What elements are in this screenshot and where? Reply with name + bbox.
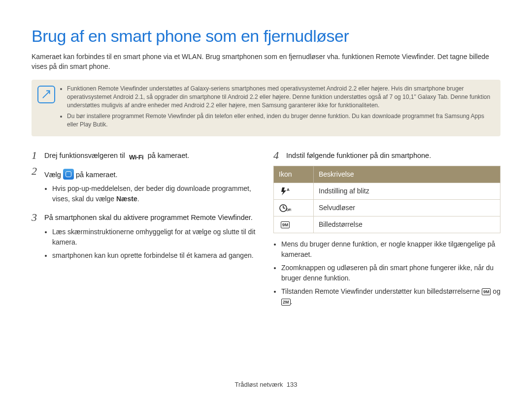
table-cell-desc: Indstilling af blitz [314, 183, 500, 199]
timer-icon: OFF [279, 203, 292, 213]
step-text: Vælg [44, 171, 63, 179]
image-size-icon: 9M [279, 219, 292, 229]
step-text: Drej funktionsvælgeren til [44, 152, 127, 159]
step-number: 1 [32, 149, 44, 162]
flash-icon: A [279, 186, 292, 196]
svg-text:OFF: OFF [286, 208, 291, 212]
step-text: På smartphonen skal du aktivere programm… [44, 211, 259, 223]
step-4: 4 Indstil følgende funktioner på din sma… [273, 149, 500, 162]
list-item: Tilstanden Remote Viewfinder understøtte… [281, 286, 500, 307]
table-cell-desc: Selvudløser [314, 199, 500, 216]
table-header-icon: Ikon [274, 166, 314, 183]
section-name: Trådløst netværk [234, 381, 283, 388]
list-item: Zoomknappen og udløseren på din smart ph… [281, 263, 500, 283]
list-item: Læs skærminstruktionerne omhyggeligt for… [52, 227, 259, 247]
note-item: Funktionen Remote Viewfinder understøtte… [67, 85, 494, 110]
left-column: 1 Drej funktionsvælgeren til Wi-Fi på ka… [32, 149, 259, 314]
step-1: 1 Drej funktionsvælgeren til Wi-Fi på ka… [32, 149, 259, 162]
table-row: OFF Selvudløser [274, 199, 500, 216]
step-3: 3 På smartphonen skal du aktivere progra… [32, 211, 259, 224]
step-number: 3 [32, 211, 44, 224]
note-icon [37, 86, 55, 103]
wifi-icon: Wi-Fi [127, 154, 146, 161]
list-item: Hvis pop-up-meddelelsen, der beder dig d… [52, 184, 259, 204]
image-size-2m-icon: 2M [281, 299, 291, 306]
page-title: Brug af en smart phone som en fjernudløs… [32, 27, 500, 46]
intro-text: Kameraet kan forbindes til en smart phon… [32, 52, 500, 72]
step-text: på kameraet. [146, 152, 190, 159]
note-box: Funktionen Remote Viewfinder understøtte… [32, 80, 500, 136]
note-item: Du bør installere programmet Remote View… [67, 112, 494, 129]
step-number: 4 [273, 149, 286, 162]
table-row: 9M Billedstørrelse [274, 216, 500, 233]
list-item: Mens du bruger denne funktion, er nogle … [281, 239, 500, 260]
icon-table: Ikon Beskrivelse A Indstilling af blitz … [273, 166, 500, 233]
page-number: 133 [287, 381, 298, 388]
table-header-desc: Beskrivelse [314, 166, 500, 183]
right-column: 4 Indstil følgende funktioner på din sma… [273, 149, 500, 314]
step-text: på kameraet. [74, 171, 118, 179]
step-number: 2 [32, 165, 44, 178]
image-size-9m-icon: 9M [482, 288, 491, 295]
step-2: 2 Vælg på kameraet. [32, 165, 259, 181]
page-footer: Trådløst netværk 133 [0, 381, 532, 388]
table-cell-desc: Billedstørrelse [314, 216, 500, 233]
remote-viewfinder-app-icon [63, 169, 74, 180]
table-row: A Indstilling af blitz [274, 183, 500, 199]
list-item: smartphonen kan kun oprette forbindelse … [52, 250, 259, 261]
svg-text:A: A [287, 187, 290, 192]
step-text: Indstil følgende funktioner på din smart… [286, 149, 500, 161]
